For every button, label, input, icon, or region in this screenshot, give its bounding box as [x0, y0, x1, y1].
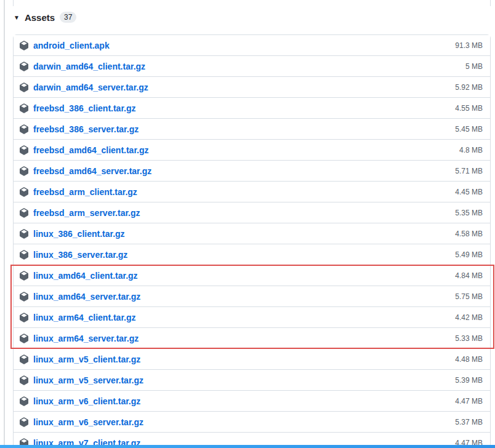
- bottom-edge-bar: [0, 445, 495, 448]
- asset-size: 4.84 MB: [455, 271, 483, 280]
- asset-row: freebsd_arm_server.tar.gz5.35 MB: [14, 202, 490, 223]
- asset-download-link[interactable]: freebsd_386_server.tar.gz: [33, 124, 139, 134]
- asset-download-link[interactable]: darwin_amd64_client.tar.gz: [33, 62, 145, 71]
- asset-download-link[interactable]: freebsd_arm_client.tar.gz: [33, 187, 137, 197]
- asset-download-link[interactable]: linux_386_server.tar.gz: [33, 250, 127, 260]
- package-icon: [19, 187, 29, 197]
- asset-download-link[interactable]: linux_arm_v6_server.tar.gz: [33, 417, 143, 427]
- caret-down-icon: ▼: [14, 15, 20, 21]
- asset-size: 5.33 MB: [455, 334, 483, 343]
- package-icon: [19, 124, 29, 134]
- asset-row: linux_386_server.tar.gz5.49 MB: [14, 244, 490, 265]
- package-icon: [19, 103, 29, 113]
- asset-size: 4.58 MB: [455, 230, 483, 238]
- package-icon: [19, 375, 29, 385]
- asset-row: linux_amd64_server.tar.gz5.75 MB: [14, 286, 490, 307]
- asset-download-link[interactable]: linux_amd64_server.tar.gz: [33, 292, 140, 302]
- assets-list: android_client.apk91.3 MBdarwin_amd64_cl…: [13, 34, 491, 448]
- asset-row: freebsd_amd64_client.tar.gz4.8 MB: [14, 140, 490, 161]
- package-icon: [19, 271, 29, 281]
- package-icon: [19, 354, 29, 364]
- asset-download-link[interactable]: linux_arm64_server.tar.gz: [33, 334, 139, 343]
- asset-size: 5.75 MB: [455, 292, 483, 301]
- assets-section-toggle[interactable]: ▼ Assets 37: [14, 12, 76, 23]
- asset-download-link[interactable]: linux_arm64_client.tar.gz: [33, 313, 136, 322]
- package-icon: [19, 313, 29, 322]
- package-icon: [19, 417, 29, 427]
- asset-download-link[interactable]: freebsd_386_client.tar.gz: [33, 103, 136, 113]
- asset-download-link[interactable]: freebsd_arm_server.tar.gz: [33, 208, 140, 218]
- package-icon: [19, 292, 29, 302]
- asset-download-link[interactable]: linux_arm_v5_client.tar.gz: [33, 354, 140, 364]
- asset-row: linux_amd64_client.tar.gz4.84 MB: [14, 265, 490, 286]
- assets-count-badge: 37: [60, 12, 76, 23]
- asset-download-link[interactable]: linux_386_client.tar.gz: [33, 229, 125, 239]
- asset-row: freebsd_arm_client.tar.gz4.45 MB: [14, 182, 490, 202]
- asset-row: linux_arm_v6_client.tar.gz4.47 MB: [14, 391, 490, 412]
- package-icon: [19, 82, 29, 92]
- asset-download-link[interactable]: freebsd_amd64_client.tar.gz: [33, 145, 149, 155]
- asset-size: 5.45 MB: [455, 125, 483, 134]
- asset-row: android_client.apk91.3 MB: [14, 35, 490, 56]
- asset-size: 5.71 MB: [455, 167, 483, 175]
- asset-row: darwin_amd64_client.tar.gz5 MB: [14, 56, 490, 77]
- asset-row: linux_arm64_client.tar.gz4.42 MB: [14, 307, 490, 328]
- package-icon: [19, 250, 29, 260]
- package-icon: [19, 334, 29, 343]
- asset-row: freebsd_386_client.tar.gz4.55 MB: [14, 98, 490, 119]
- asset-size: 4.45 MB: [455, 188, 483, 196]
- package-icon: [19, 145, 29, 155]
- asset-size: 4.55 MB: [455, 104, 483, 113]
- asset-size: 91.3 MB: [455, 41, 483, 50]
- asset-size: 5.35 MB: [455, 209, 483, 217]
- asset-download-link[interactable]: linux_arm_v6_client.tar.gz: [33, 396, 140, 406]
- package-icon: [19, 62, 29, 71]
- asset-size: 5.37 MB: [455, 418, 483, 426]
- asset-row: darwin_amd64_server.tar.gz5.92 MB: [14, 77, 490, 98]
- asset-size: 4.42 MB: [455, 313, 483, 322]
- asset-download-link[interactable]: freebsd_amd64_server.tar.gz: [33, 166, 151, 176]
- package-icon: [19, 396, 29, 406]
- package-icon: [19, 41, 29, 50]
- package-icon: [19, 208, 29, 218]
- previous-box-right-border: [490, 0, 491, 6]
- asset-size: 4.47 MB: [455, 397, 483, 406]
- asset-download-link[interactable]: linux_amd64_client.tar.gz: [33, 271, 138, 281]
- asset-row: freebsd_amd64_server.tar.gz5.71 MB: [14, 161, 490, 182]
- package-icon: [19, 166, 29, 176]
- asset-row: linux_arm64_server.tar.gz5.33 MB: [14, 328, 490, 349]
- package-icon: [19, 229, 29, 239]
- asset-size: 4.8 MB: [459, 146, 483, 154]
- asset-download-link[interactable]: linux_arm_v5_server.tar.gz: [33, 375, 143, 385]
- asset-row: freebsd_386_server.tar.gz5.45 MB: [14, 119, 490, 140]
- asset-row: linux_arm_v6_server.tar.gz5.37 MB: [14, 412, 490, 433]
- asset-size: 5.92 MB: [455, 83, 483, 92]
- asset-size: 4.48 MB: [455, 355, 483, 364]
- left-panel-divider: [4, 0, 5, 448]
- asset-download-link[interactable]: darwin_amd64_server.tar.gz: [33, 82, 148, 92]
- asset-size: 5 MB: [465, 62, 483, 71]
- asset-download-link[interactable]: android_client.apk: [33, 41, 110, 50]
- asset-row: linux_386_client.tar.gz4.58 MB: [14, 223, 490, 244]
- asset-row: linux_arm_v5_server.tar.gz5.39 MB: [14, 370, 490, 391]
- asset-size: 5.39 MB: [455, 376, 483, 385]
- previous-box-left-border: [13, 0, 14, 6]
- asset-row: linux_arm_v5_client.tar.gz4.48 MB: [14, 349, 490, 370]
- assets-title: Assets: [25, 12, 55, 23]
- asset-size: 5.49 MB: [455, 250, 483, 259]
